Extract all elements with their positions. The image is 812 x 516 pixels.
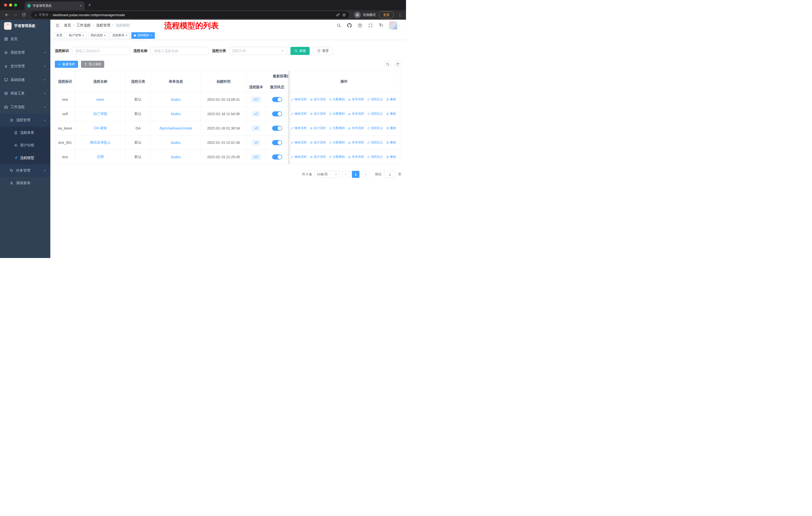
form-info-link[interactable]: /bpm/oa/leave/create xyxy=(159,126,192,130)
action-assign-rule[interactable]: 分配规则 xyxy=(329,97,345,102)
sidebar-item-task-management[interactable]: 任务管理 xyxy=(0,164,50,177)
browser-menu-icon[interactable] xyxy=(397,12,403,18)
active-toggle[interactable] xyxy=(272,111,282,116)
form-info-link[interactable]: biubiu xyxy=(171,141,180,145)
action-process-definition[interactable]: 流程定义 xyxy=(367,112,383,116)
incognito-chip[interactable]: 无痕模式 xyxy=(354,11,376,18)
active-toggle[interactable] xyxy=(272,126,282,131)
zoom-window-button[interactable] xyxy=(14,3,17,6)
action-delete[interactable]: 删除 xyxy=(386,126,396,130)
bookmark-star-icon[interactable] xyxy=(342,13,346,17)
action-edit-process[interactable]: 修改流程 xyxy=(291,112,307,116)
search-icon[interactable] xyxy=(337,23,341,28)
action-delete[interactable]: 删除 xyxy=(386,140,396,145)
back-button[interactable] xyxy=(3,11,10,19)
action-publish-process[interactable]: 发布流程 xyxy=(348,155,364,159)
reset-button[interactable]: 重置 xyxy=(313,47,333,55)
search-button[interactable]: 搜索 xyxy=(290,47,310,55)
close-icon[interactable] xyxy=(82,34,84,37)
action-assign-rule[interactable]: 分配规则 xyxy=(329,155,345,159)
page-number-current[interactable]: 1 xyxy=(352,171,359,178)
create-process-button[interactable]: 新建流程 xyxy=(55,61,78,68)
process-name-link[interactable]: 测试多审批人 xyxy=(90,140,111,144)
action-design-process[interactable]: 设计流程 xyxy=(310,140,326,145)
tag-process-model[interactable]: 流程模型 xyxy=(132,32,155,39)
sidebar-item-process-form[interactable]: 流程表单 xyxy=(0,127,50,139)
action-edit-process[interactable]: 修改流程 xyxy=(291,126,307,130)
action-process-definition[interactable]: 流程定义 xyxy=(367,155,383,159)
form-info-link[interactable]: biubiu xyxy=(171,98,180,102)
new-tab-button[interactable] xyxy=(85,2,95,8)
toggle-search-button[interactable] xyxy=(384,60,392,68)
minimize-window-button[interactable] xyxy=(9,3,12,6)
tag-home[interactable]: 首页 xyxy=(54,32,65,39)
form-info-link[interactable]: biubiu xyxy=(171,112,180,116)
action-publish-process[interactable]: 发布流程 xyxy=(348,112,364,116)
browser-tab[interactable]: 芋道管理系统 xyxy=(25,1,85,10)
site-security-chip[interactable]: ⚠ 不安全 xyxy=(34,12,49,17)
action-edit-process[interactable]: 修改流程 xyxy=(291,140,307,145)
key-icon[interactable] xyxy=(336,13,340,17)
action-delete[interactable]: 删除 xyxy=(386,155,396,159)
github-icon[interactable] xyxy=(347,23,352,28)
process-category-select[interactable]: 流程分类 xyxy=(229,47,287,55)
help-icon[interactable] xyxy=(358,23,362,28)
sidebar-item-leave-query[interactable]: 请假查询 xyxy=(0,177,50,189)
close-icon[interactable] xyxy=(125,34,127,37)
process-key-input[interactable] xyxy=(72,47,130,55)
close-window-button[interactable] xyxy=(4,3,7,6)
fullscreen-icon[interactable] xyxy=(368,23,373,28)
action-design-process[interactable]: 设计流程 xyxy=(310,97,326,102)
active-toggle[interactable] xyxy=(272,97,282,102)
action-delete[interactable]: 删除 xyxy=(386,97,396,102)
action-publish-process[interactable]: 发布流程 xyxy=(348,140,364,145)
refresh-table-button[interactable] xyxy=(394,60,402,68)
action-process-definition[interactable]: 流程定义 xyxy=(367,126,383,130)
next-page-button[interactable] xyxy=(362,171,369,178)
tag-process-form[interactable]: 流程表单 xyxy=(110,32,130,39)
breadcrumb-item[interactable]: 首页 xyxy=(64,23,71,28)
address-bar[interactable]: ⚠ 不安全 dashboard.yudao.iocoder.cn/bpm/man… xyxy=(31,11,349,19)
close-icon[interactable] xyxy=(150,34,152,37)
process-name-link[interactable]: 滔博 xyxy=(97,155,104,159)
sidebar-item-system[interactable]: 系统管理 xyxy=(0,46,50,59)
action-process-definition[interactable]: 流程定义 xyxy=(367,140,383,145)
sidebar-item-user-group[interactable]: 用户分组 xyxy=(0,139,50,152)
breadcrumb-item[interactable]: 流程管理 xyxy=(96,23,110,28)
action-design-process[interactable]: 设计流程 xyxy=(310,112,326,116)
action-design-process[interactable]: 设计流程 xyxy=(310,126,326,130)
breadcrumb-item[interactable]: 工作流程 xyxy=(77,23,91,28)
sidebar-item-dev-tools[interactable]: 研发工具 xyxy=(0,87,50,100)
action-assign-rule[interactable]: 分配规则 xyxy=(329,140,345,145)
action-delete[interactable]: 删除 xyxy=(386,112,396,116)
close-icon[interactable] xyxy=(104,34,106,37)
process-name-link[interactable]: eeee xyxy=(96,98,104,102)
process-name-link[interactable]: 自己审批 xyxy=(93,112,108,116)
url-text[interactable]: dashboard.yudao.iocoder.cn/bpm/manager/m… xyxy=(53,13,334,17)
process-name-link[interactable]: OA 请假 xyxy=(94,126,107,130)
action-publish-process[interactable]: 发布流程 xyxy=(348,97,364,102)
action-publish-process[interactable]: 发布流程 xyxy=(348,126,364,130)
user-menu[interactable] xyxy=(389,21,401,29)
import-process-button[interactable]: 导入流程 xyxy=(81,61,104,68)
action-edit-process[interactable]: 修改流程 xyxy=(291,155,307,159)
app-logo[interactable]: 芋道管理系统 xyxy=(0,20,50,32)
page-size-select[interactable]: 10条/页 xyxy=(315,171,340,178)
sidebar-item-home[interactable]: 首页 xyxy=(0,32,50,46)
tag-tenant[interactable]: 租户管理 xyxy=(66,32,87,39)
action-assign-rule[interactable]: 分配规则 xyxy=(329,126,345,130)
sidebar-item-process-model[interactable]: 流程模型 xyxy=(0,152,50,164)
action-process-definition[interactable]: 流程定义 xyxy=(367,97,383,102)
browser-update-button[interactable]: 更新 xyxy=(379,11,394,19)
sidebar-item-payment[interactable]: 支付管理 xyxy=(0,59,50,73)
tab-close-icon[interactable] xyxy=(80,4,82,8)
sidebar-item-infrastructure[interactable]: 基础设施 xyxy=(0,73,50,87)
active-toggle[interactable] xyxy=(272,140,282,145)
reload-button[interactable] xyxy=(20,11,28,19)
tag-my-process[interactable]: 我的流程 xyxy=(88,32,108,39)
font-size-icon[interactable]: TT xyxy=(379,23,383,28)
form-info-link[interactable]: biubiu xyxy=(171,155,180,159)
action-assign-rule[interactable]: 分配规则 xyxy=(329,112,345,116)
forward-button[interactable] xyxy=(11,11,19,19)
process-name-input[interactable] xyxy=(150,47,208,55)
